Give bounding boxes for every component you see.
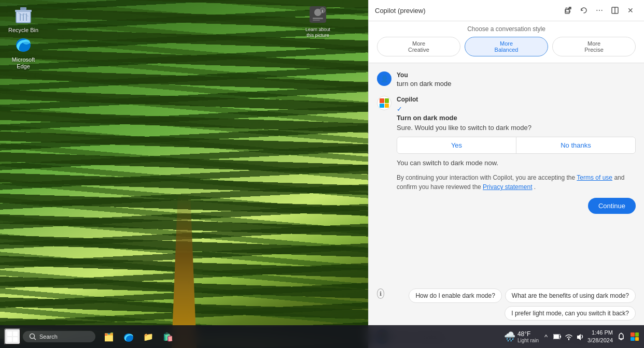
taskbar-tray: 🌧️ 48°F Light rain ^ (504, 329, 640, 345)
yes-button[interactable]: Yes (397, 137, 516, 153)
chat-content: 👤 You turn on dark mode Copilot ✓ Turn o… (369, 63, 644, 284)
svg-rect-30 (560, 336, 561, 338)
recycle-bin-label: Recycle Bin (8, 27, 38, 34)
datetime-time: 1:46 PM (587, 329, 613, 337)
tray-chevron-icon[interactable]: ^ (541, 331, 551, 342)
svg-text:🗂️: 🗂️ (104, 332, 114, 342)
windows-logo-icon (7, 331, 18, 342)
taskbar-search[interactable]: Search (23, 331, 95, 342)
copilot-panel: Copilot (preview) ⋯ (368, 0, 644, 348)
copilot-message-content: Copilot ✓ Turn on dark mode Sure. Would … (397, 96, 636, 214)
svg-point-23 (30, 334, 35, 339)
svg-text:🛍️: 🛍️ (163, 332, 173, 342)
switched-text: You can switch to dark mode now. (397, 159, 636, 167)
weather-condition: Light rain (517, 338, 539, 343)
style-selector: Choose a conversation style MoreCreative… (369, 21, 644, 63)
svg-point-13 (23, 39, 30, 45)
suggestions-area: ℹ How do I enable dark mode? What are th… (369, 284, 644, 325)
notification-button[interactable] (615, 330, 627, 343)
taskbar-icon-edge[interactable] (119, 327, 138, 346)
user-message-content: You turn on dark mode (397, 71, 636, 88)
copilot-avatar (377, 96, 391, 110)
svg-rect-2 (20, 7, 26, 10)
split-view-button[interactable] (608, 3, 622, 18)
copilot-logo-icon (380, 98, 389, 108)
more-options-button[interactable]: ⋯ (592, 3, 607, 18)
panel-header: Copilot (preview) ⋯ (369, 0, 644, 21)
desktop: Recycle Bin i Learn aboutthis picture (0, 0, 368, 348)
terms-of-use-link[interactable]: Terms of use (577, 174, 612, 181)
copilot-tray-logo (631, 332, 639, 341)
panel-title: Copilot (preview) (375, 7, 557, 15)
style-tab-creative[interactable]: MoreCreative (377, 37, 460, 56)
weather-widget[interactable]: 🌧️ 48°F Light rain (504, 330, 539, 343)
style-tab-balanced[interactable]: MoreBalanced (465, 37, 548, 56)
refresh-button[interactable] (577, 3, 591, 18)
copilot-name: Copilot (397, 96, 636, 103)
taskbar-app-icons: 🗂️ 📁 🛍️ (100, 327, 177, 346)
taskbar: Search 🗂️ 📁 🛍️ 🌧️ 48°F Light rain (0, 325, 644, 348)
copilot-action-title: Turn on dark mode (397, 114, 636, 122)
style-label: Choose a conversation style (377, 25, 636, 33)
weather-temp: 48°F (517, 330, 539, 338)
start-button[interactable] (4, 328, 21, 345)
suggestion-chips: How do I enable dark mode? What are the … (388, 288, 636, 321)
tray-icons: ^ (541, 331, 585, 342)
recycle-bin-icon (13, 4, 34, 25)
continue-button[interactable]: Continue (588, 198, 636, 214)
search-label: Search (39, 334, 58, 340)
legal-text: By continuing your interaction with Copi… (397, 173, 636, 192)
user-name: You (397, 71, 636, 79)
user-message: 👤 You turn on dark mode (377, 71, 636, 88)
suggestion-chip-1[interactable]: How do I enable dark mode? (409, 288, 501, 303)
panel-controls: ⋯ ✕ (561, 3, 638, 18)
user-message-text: turn on dark mode (397, 80, 636, 88)
suggestions-row: ℹ How do I enable dark mode? What are th… (377, 288, 636, 321)
privacy-statement-link[interactable]: Privacy statement (483, 183, 532, 191)
taskbar-icon-store[interactable]: 🛍️ (159, 327, 177, 346)
svg-rect-9 (313, 20, 320, 21)
desktop-icon-learn-about[interactable]: i Learn aboutthis picture (300, 4, 336, 38)
suggestion-chip-3[interactable]: I prefer light mode, can you switch it b… (505, 306, 636, 321)
user-avatar: 👤 (377, 71, 391, 86)
learn-about-label: Learn aboutthis picture (305, 27, 330, 38)
style-tab-precise[interactable]: MorePrecise (552, 37, 636, 56)
search-icon (29, 333, 36, 340)
taskbar-icon-files[interactable]: 📁 (139, 327, 158, 346)
taskbar-icon-recycle[interactable]: 🗂️ (100, 327, 118, 346)
datetime-date: 3/28/2024 (587, 337, 613, 344)
desktop-icon-recycle-bin[interactable]: Recycle Bin (5, 4, 41, 34)
open-in-new-button[interactable] (561, 3, 576, 18)
no-thanks-button[interactable]: No thanks (516, 137, 635, 153)
edge-icon (13, 34, 34, 54)
svg-line-24 (34, 338, 36, 340)
copilot-question: Sure. Would you like to switch to dark m… (397, 124, 636, 132)
suggestion-chip-2[interactable]: What are the benefits of using dark mode… (505, 288, 636, 303)
copilot-message: Copilot ✓ Turn on dark mode Sure. Would … (377, 96, 636, 214)
svg-text:📁: 📁 (143, 332, 153, 342)
svg-text:i: i (322, 9, 323, 13)
tray-volume-icon[interactable] (575, 331, 585, 342)
learn-about-icon: i (307, 4, 328, 25)
suggestions-info-icon[interactable]: ℹ (377, 288, 384, 299)
desktop-icon-edge[interactable]: MicrosoftEdge (5, 34, 41, 70)
svg-rect-31 (554, 335, 559, 339)
style-tabs: MoreCreative MoreBalanced MorePrecise (377, 37, 636, 56)
edge-label: MicrosoftEdge (12, 56, 35, 70)
confirm-buttons: Yes No thanks (397, 137, 636, 154)
tray-copilot-icon[interactable] (629, 331, 640, 342)
datetime[interactable]: 1:46 PM 3/28/2024 (587, 329, 613, 345)
check-icon: ✓ (397, 105, 636, 113)
tray-battery-icon[interactable] (552, 331, 563, 342)
weather-icon: 🌧️ (504, 331, 515, 342)
tray-wifi-icon[interactable] (564, 331, 574, 342)
svg-rect-8 (313, 18, 323, 19)
close-button[interactable]: ✕ (623, 3, 638, 18)
svg-rect-1 (15, 10, 32, 12)
